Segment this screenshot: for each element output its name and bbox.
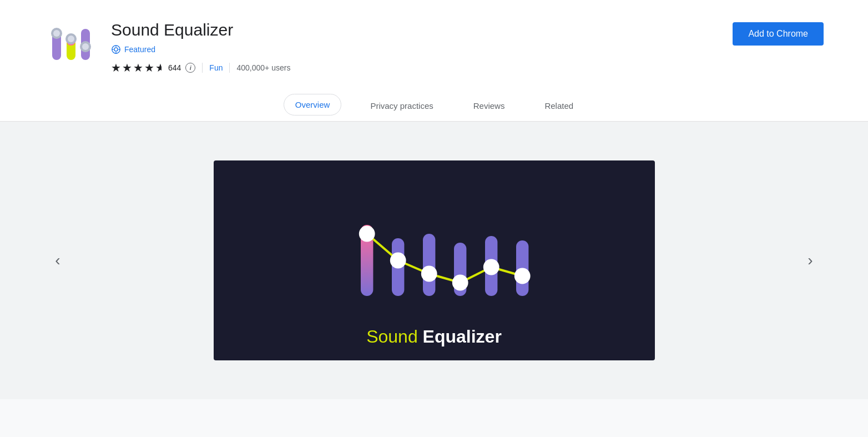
rating-row: ★ ★ ★ ★ ★ 644 i Fun 400,000+ xyxy=(111,61,290,74)
star-3: ★ xyxy=(133,61,143,74)
carousel-prev-button[interactable]: ‹ xyxy=(44,247,71,274)
extension-icon xyxy=(44,18,98,71)
branding-yellow: Sound xyxy=(366,327,422,346)
star-5-half: ★ xyxy=(155,61,162,74)
info-icon[interactable]: i xyxy=(185,63,195,73)
tab-related[interactable]: Related xyxy=(533,92,584,121)
tab-reviews[interactable]: Reviews xyxy=(462,92,516,121)
star-4: ★ xyxy=(144,61,154,74)
divider-2 xyxy=(229,63,230,73)
extension-details: Sound Equalizer Featured xyxy=(111,18,290,74)
content-area: ‹ xyxy=(0,122,868,399)
divider xyxy=(202,63,203,73)
featured-label: Featured xyxy=(124,45,155,54)
nav-tabs: Overview Privacy practices Reviews Relat… xyxy=(44,92,824,121)
svg-point-26 xyxy=(483,259,499,275)
carousel-container: ‹ xyxy=(0,160,868,360)
extension-left: Sound Equalizer Featured xyxy=(44,18,290,74)
category-link[interactable]: Fun xyxy=(209,63,223,72)
svg-point-9 xyxy=(68,36,74,42)
svg-point-27 xyxy=(514,268,531,284)
rating-count: 644 xyxy=(168,63,181,72)
tab-privacy[interactable]: Privacy practices xyxy=(359,92,444,121)
equalizer-graphic xyxy=(323,210,545,310)
star-1: ★ xyxy=(111,61,121,74)
users-count: 400,000+ users xyxy=(236,63,290,72)
extension-info: Sound Equalizer Featured xyxy=(44,18,824,88)
info-symbol: i xyxy=(190,64,191,71)
carousel-next-button[interactable]: › xyxy=(797,247,824,274)
chevron-left-icon: ‹ xyxy=(55,252,60,269)
tab-overview[interactable]: Overview xyxy=(284,94,342,115)
svg-point-23 xyxy=(390,253,406,269)
svg-point-11 xyxy=(114,48,118,51)
svg-rect-18 xyxy=(423,234,435,296)
featured-icon xyxy=(111,44,121,54)
eq-visual: Sound Equalizer xyxy=(214,160,655,360)
star-2: ★ xyxy=(122,61,132,74)
stars: ★ ★ ★ ★ ★ xyxy=(111,61,162,74)
branding-text: Sound Equalizer xyxy=(366,327,502,347)
screenshot-frame: Sound Equalizer xyxy=(214,160,655,360)
svg-point-5 xyxy=(82,43,89,50)
featured-badge: Featured xyxy=(111,44,290,54)
extension-title: Sound Equalizer xyxy=(111,20,290,40)
svg-point-24 xyxy=(421,266,437,282)
add-to-chrome-button[interactable]: Add to Chrome xyxy=(733,22,824,46)
header-section: Sound Equalizer Featured xyxy=(0,0,868,122)
branding-white: Equalizer xyxy=(423,327,502,346)
svg-point-2 xyxy=(53,30,60,37)
svg-point-22 xyxy=(359,226,375,242)
chevron-right-icon: › xyxy=(808,252,813,269)
svg-point-25 xyxy=(452,275,468,291)
app-container: Sound Equalizer Featured xyxy=(0,0,868,399)
